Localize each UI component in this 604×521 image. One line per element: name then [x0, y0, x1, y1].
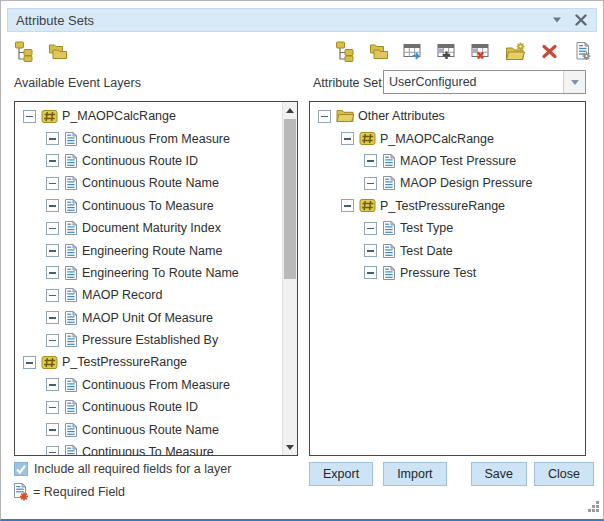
collapse-toggle[interactable]: [46, 378, 59, 391]
scroll-up-arrow-icon[interactable]: [283, 103, 297, 117]
collapse-caret-icon[interactable]: [548, 11, 566, 29]
collapse-toggle[interactable]: [23, 356, 36, 369]
tree-item-label: MAOP Design Pressure: [400, 176, 532, 190]
collapse-toggle[interactable]: [46, 266, 59, 279]
attribute-set-value: UserConfigured: [384, 71, 563, 93]
tree-item-label: MAOP Record: [82, 288, 162, 302]
collapse-toggle[interactable]: [46, 334, 59, 347]
scrollbar-thumb[interactable]: [284, 119, 296, 279]
table-remove-icon[interactable]: [470, 40, 492, 62]
left-panel-scrollbar[interactable]: [282, 102, 297, 455]
tree-item-label: Continuous Route ID: [82, 154, 198, 168]
save-button[interactable]: Save: [471, 462, 528, 486]
tree-item[interactable]: Continuous Route ID: [15, 150, 282, 172]
field-document-icon: [64, 175, 78, 191]
collapse-toggle[interactable]: [341, 132, 354, 145]
include-required-fields-checkbox[interactable]: [14, 462, 28, 476]
scroll-down-arrow-icon[interactable]: [283, 440, 297, 454]
toolbar-right-group: [334, 39, 594, 63]
toolbar-left-group: [13, 39, 69, 63]
tree-item[interactable]: Continuous Route Name: [15, 172, 282, 194]
tree-item-label: P_MAOPCalcRange: [380, 132, 494, 146]
collapse-toggle[interactable]: [46, 222, 59, 235]
tree-item[interactable]: MAOP Unit Of Measure: [15, 307, 282, 329]
available-layers-tree: P_MAOPCalcRangeContinuous From MeasureCo…: [15, 102, 282, 455]
collapse-toggle[interactable]: [46, 446, 59, 455]
delete-x-icon[interactable]: [538, 40, 560, 62]
folder-gear-icon[interactable]: [504, 40, 526, 62]
collapse-toggle[interactable]: [341, 199, 354, 212]
tree-item[interactable]: Document Maturity Index: [15, 217, 282, 239]
collapse-toggle[interactable]: [364, 154, 377, 167]
toolbar: [13, 39, 594, 63]
tree-item[interactable]: Continuous From Measure: [15, 127, 282, 149]
tree-item-label: Other Attributes: [358, 109, 445, 123]
tree-item-label: Document Maturity Index: [82, 221, 221, 235]
field-document-icon: [64, 310, 78, 326]
collapse-toggle[interactable]: [46, 423, 59, 436]
tree-item-label: Continuous Route ID: [82, 400, 198, 414]
field-document-icon: [64, 332, 78, 348]
required-field-label: = Required Field: [33, 485, 125, 499]
tree-item[interactable]: Continuous Route Name: [15, 418, 282, 440]
tree-item[interactable]: Pressure Established By: [15, 329, 282, 351]
collapse-toggle[interactable]: [46, 154, 59, 167]
expand-all-icon[interactable]: [334, 40, 356, 62]
tree-item[interactable]: Test Type: [310, 217, 585, 239]
import-button[interactable]: Import: [383, 462, 446, 486]
collapse-toggle[interactable]: [46, 244, 59, 257]
table-arrow-icon[interactable]: [402, 40, 424, 62]
event-layer-icon: [41, 109, 58, 124]
tree-item[interactable]: Continuous To Measure: [15, 441, 282, 455]
tree-item[interactable]: Continuous To Measure: [15, 195, 282, 217]
collapse-toggle[interactable]: [364, 222, 377, 235]
expand-all-icon[interactable]: [13, 40, 35, 62]
tree-item[interactable]: MAOP Design Pressure: [310, 172, 585, 194]
collapse-toggle[interactable]: [364, 266, 377, 279]
tree-item[interactable]: P_MAOPCalcRange: [310, 127, 585, 149]
collapse-all-icon[interactable]: [368, 40, 390, 62]
tree-item-label: Continuous To Measure: [82, 199, 214, 213]
attribute-set-dropdown[interactable]: UserConfigured: [383, 70, 586, 94]
collapse-all-icon[interactable]: [47, 40, 69, 62]
tree-item[interactable]: P_TestPressureRange: [310, 195, 585, 217]
tree-item[interactable]: MAOP Record: [15, 284, 282, 306]
collapse-toggle[interactable]: [23, 110, 36, 123]
tree-item[interactable]: Pressure Test: [310, 262, 585, 284]
collapse-toggle[interactable]: [364, 244, 377, 257]
export-button[interactable]: Export: [309, 462, 373, 486]
available-layers-tree-panel: P_MAOPCalcRangeContinuous From MeasureCo…: [14, 101, 298, 456]
tree-item[interactable]: Continuous From Measure: [15, 374, 282, 396]
collapse-toggle[interactable]: [364, 177, 377, 190]
tree-item-label: MAOP Test Pressure: [400, 154, 516, 168]
close-icon[interactable]: [572, 11, 590, 29]
collapse-toggle[interactable]: [46, 177, 59, 190]
field-document-icon: [64, 444, 78, 455]
collapse-toggle[interactable]: [46, 289, 59, 302]
collapse-toggle[interactable]: [46, 401, 59, 414]
close-button[interactable]: Close: [534, 462, 594, 486]
tree-item-label: P_MAOPCalcRange: [62, 109, 176, 123]
collapse-toggle[interactable]: [46, 199, 59, 212]
tree-item[interactable]: Continuous Route ID: [15, 396, 282, 418]
tree-item[interactable]: P_TestPressureRange: [15, 351, 282, 373]
tree-item[interactable]: P_MAOPCalcRange: [15, 105, 282, 127]
dropdown-arrow-button[interactable]: [563, 71, 585, 93]
tree-item-label: P_TestPressureRange: [380, 199, 505, 213]
resize-grip[interactable]: [587, 500, 600, 516]
collapse-toggle[interactable]: [46, 311, 59, 324]
collapse-toggle[interactable]: [318, 110, 331, 123]
field-document-icon: [64, 265, 78, 281]
table-add-icon[interactable]: [436, 40, 458, 62]
document-gear-icon[interactable]: [572, 40, 594, 62]
required-field-icon: [13, 482, 29, 501]
field-document-icon: [64, 287, 78, 303]
tree-item[interactable]: Engineering To Route Name: [15, 262, 282, 284]
tree-item[interactable]: Test Date: [310, 239, 585, 261]
tree-item[interactable]: MAOP Test Pressure: [310, 150, 585, 172]
tree-item-label: Pressure Established By: [82, 333, 218, 347]
collapse-toggle[interactable]: [46, 132, 59, 145]
tree-item-label: Pressure Test: [400, 266, 476, 280]
tree-item[interactable]: Other Attributes: [310, 105, 585, 127]
tree-item[interactable]: Engineering Route Name: [15, 239, 282, 261]
